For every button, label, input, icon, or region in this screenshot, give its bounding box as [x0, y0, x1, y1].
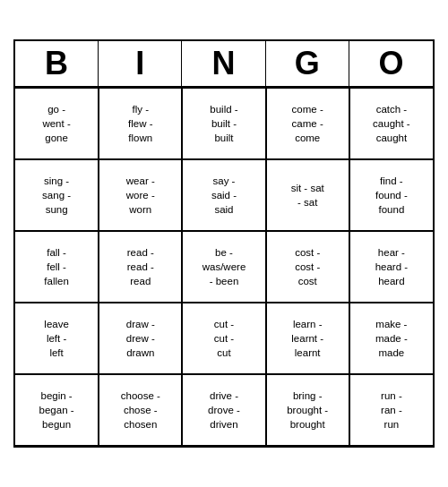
bingo-cell-23: bring -brought -brought [266, 374, 349, 446]
bingo-cell-11: read -read -read [99, 231, 182, 303]
bingo-cell-18: learn -learnt -learnt [266, 303, 349, 374]
bingo-cell-24: run -ran -run [349, 374, 433, 446]
bingo-letter-i: I [99, 41, 182, 86]
bingo-cell-8: sit - sat- sat [266, 159, 349, 231]
bingo-cell-14: hear -heard -heard [349, 231, 433, 303]
bingo-card: BINGO go -went -gonefly -flew -flownbuil… [13, 39, 435, 448]
bingo-cell-2: build -built -built [182, 88, 265, 159]
bingo-cell-1: fly -flew -flown [99, 88, 182, 159]
bingo-cell-10: fall -fell -fallen [15, 231, 99, 303]
bingo-cell-17: cut -cut -cut [182, 303, 265, 374]
bingo-letter-o: O [349, 41, 433, 86]
bingo-cell-21: choose -chose -chosen [99, 374, 182, 446]
bingo-cell-9: find -found -found [349, 159, 433, 231]
bingo-cell-13: cost -cost -cost [266, 231, 349, 303]
bingo-cell-0: go -went -gone [15, 88, 99, 159]
bingo-cell-4: catch -caught -caught [349, 88, 433, 159]
bingo-cell-19: make -made -made [349, 303, 433, 374]
bingo-cell-3: come -came -come [266, 88, 349, 159]
bingo-grid: go -went -gonefly -flew -flownbuild -bui… [15, 88, 433, 446]
bingo-cell-5: sing -sang -sung [15, 159, 99, 231]
bingo-cell-12: be -was/were- been [182, 231, 265, 303]
bingo-letter-n: N [182, 41, 265, 86]
bingo-letter-b: B [15, 41, 99, 86]
bingo-cell-22: drive -drove -driven [182, 374, 265, 446]
bingo-letter-g: G [266, 41, 349, 86]
bingo-cell-16: draw -drew -drawn [99, 303, 182, 374]
bingo-cell-20: begin -began -begun [15, 374, 99, 446]
bingo-cell-15: leaveleft -left [15, 303, 99, 374]
bingo-cell-6: wear -wore -worn [99, 159, 182, 231]
bingo-header: BINGO [15, 41, 433, 88]
bingo-cell-7: say -said -said [182, 159, 265, 231]
